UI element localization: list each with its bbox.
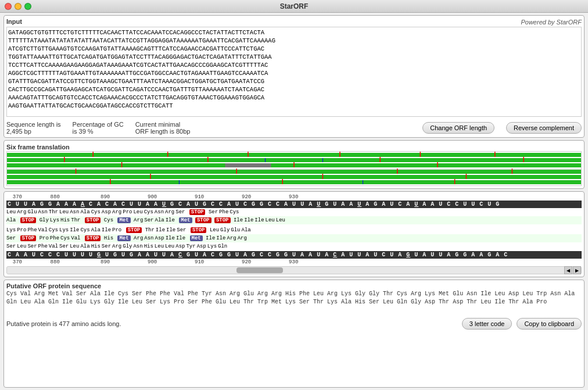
protein-label: Putative ORF protein sequence: [6, 282, 582, 289]
aa-row-4: Ser STOP ProPheCysVal STOP His Met ArgAs…: [6, 234, 582, 242]
orf-length-stat: Current minimal ORF length is 80bp: [135, 121, 205, 135]
window-title: StarORF: [280, 2, 309, 10]
input-section: Input Powered by StarORF GATAGGCTGTGTTTC…: [3, 15, 585, 138]
title-bar: StarORF: [0, 0, 588, 13]
scroll-right-arrow[interactable]: ▶: [573, 266, 581, 274]
input-label: Input: [6, 18, 22, 25]
nucleotide-row-bottom: C A A U C C C U U U U G U G U G A A U U …: [6, 251, 582, 259]
scroll-arrows[interactable]: ◀ ▶: [564, 266, 581, 274]
svg-rect-25: [7, 175, 581, 179]
scrollbar-thumb[interactable]: [236, 267, 283, 273]
horizontal-scrollbar[interactable]: ◀ ▶: [6, 266, 582, 274]
six-frame-section: Six frame translation: [3, 140, 585, 189]
sequence-viewer: 370 880 890 900 910 920 930 C U U A G G …: [3, 191, 585, 277]
change-orf-button[interactable]: Change ORF length: [422, 122, 494, 134]
powered-by-label: Powered by StarORF: [521, 19, 582, 26]
close-button[interactable]: [5, 3, 12, 10]
scroll-left-arrow[interactable]: ◀: [564, 266, 572, 274]
aa-row-2: Ala STOP GlyLysHisThr STOP Cys Met ArgSe…: [6, 216, 582, 224]
three-letter-code-button[interactable]: 3 letter code: [462, 318, 512, 330]
aa-row-1: LeuArgGluAsnThrLeuAsnAlaCysAspArgProLeuC…: [6, 208, 582, 216]
maximize-button[interactable]: [24, 3, 31, 10]
main-content: Input Powered by StarORF GATAGGCTGTGTTTC…: [0, 13, 588, 390]
gc-content-stat: Percentage of GC is 39 %: [73, 121, 124, 135]
minimize-button[interactable]: [15, 3, 21, 10]
svg-rect-15: [225, 163, 271, 167]
stats-row: Sequence length is 2,495 bp Percentage o…: [6, 121, 582, 135]
svg-rect-7: [7, 158, 581, 162]
sequence-input[interactable]: GATAGGCTGTGTTTCCTGTCTTTTTCACAACTTATCCACA…: [6, 27, 582, 117]
six-frame-label: Six frame translation: [6, 144, 70, 151]
sequence-length-stat: Sequence length is 2,495 bp: [6, 121, 61, 135]
protein-sequence: Cys Val Arg Met Val Ser Ala Ile Cys Ser …: [6, 290, 582, 316]
svg-rect-20: [7, 170, 581, 174]
protein-footer: Putative protein is 477 amino acids long…: [6, 318, 582, 330]
copy-clipboard-button[interactable]: Copy to clipboard: [517, 318, 582, 330]
aa-row-3: LysProPheValCysLysIleCysAlaIlePro STOP T…: [6, 226, 582, 234]
reverse-complement-button[interactable]: Reverse complement: [506, 122, 582, 134]
window-controls[interactable]: [5, 3, 31, 10]
frame-visualization: [6, 151, 582, 186]
protein-section: Putative ORF protein sequence Cys Val Ar…: [3, 280, 585, 388]
protein-length: Putative protein is 477 amino acids long…: [6, 320, 121, 327]
aa-row-5: SerLeuSerPheValSerLeuAlaHisSerArgGlyAsnH…: [6, 242, 582, 251]
svg-rect-29: [7, 180, 581, 184]
footer-buttons: 3 letter code Copy to clipboard: [462, 318, 582, 330]
input-header: Input Powered by StarORF: [6, 18, 582, 26]
frame-svg: [7, 152, 581, 186]
coord-row-bottom: 370 880 890 900 910 920 930: [6, 259, 582, 265]
nucleotide-row-top: C U U A G G A A A A C A C A C U U A A U …: [6, 201, 582, 208]
coord-row-top: 370 880 890 900 910 920 930: [6, 194, 582, 200]
